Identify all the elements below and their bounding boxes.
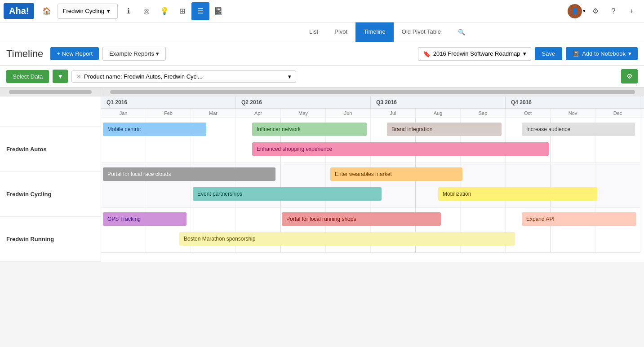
month-mar: Mar [191,109,236,118]
timeline-wrapper: Fredwin Autos Fredwin Cycling Fredwin Ru… [0,88,644,262]
month-jun: Jun [326,109,371,118]
filter-clear-icon[interactable]: ✕ [76,73,81,80]
timeline-settings-button[interactable]: ⚙ [621,69,638,83]
tab-pivot[interactable]: Pivot [326,22,355,42]
add-to-notebook-button[interactable]: 📓 Add to Notebook ▾ [566,47,638,60]
bar-brand-integration[interactable]: Brand integration [387,123,502,136]
page-title: Timeline [6,48,43,60]
help-icon[interactable]: ? [604,2,622,20]
scroll-thumb[interactable] [110,90,635,94]
tab-old-pivot[interactable]: Old Pivot Table [394,22,449,42]
bar-influencer-network[interactable]: Influencer network [252,123,367,136]
bookmark-icon: 🔖 [423,50,431,57]
bar-mobilization[interactable]: Mobilization [438,187,597,201]
row-labels: Fredwin Autos Fredwin Cycling Fredwin Ru… [0,88,101,262]
filter-tag[interactable]: ✕ Product name: Fredwin Autos, Fredwin C… [71,70,296,83]
bulb-icon[interactable]: 💡 [155,2,173,20]
add-icon[interactable]: + [622,2,640,20]
logo[interactable]: Aha! [4,3,34,19]
months-row: Jan Feb Mar Apr May Jun Jul Aug Sep Oct … [101,109,644,118]
tab-list[interactable]: List [301,22,326,42]
bar-gps-tracking[interactable]: GPS Tracking [103,212,187,226]
filter-bar: Select Data ▼ ✕ Product name: Fredwin Au… [0,66,644,88]
search-box[interactable]: 🔍 [453,22,471,42]
month-jul: Jul [371,109,416,118]
avatar[interactable]: 👤 [568,4,582,18]
timeline-main: Q1 2016 Q2 2016 Q3 2016 Q4 2016 Jan Feb … [101,88,644,262]
month-feb: Feb [146,109,191,118]
product-selector[interactable]: Fredwin Cycling ▾ [58,4,117,19]
month-dec: Dec [595,109,640,118]
timeline-scrollbar[interactable] [101,88,644,97]
row-label-cycling: Fredwin Cycling [0,172,101,217]
bar-increase-audience[interactable]: Increase audience [522,123,635,136]
bar-enter-wearables[interactable]: Enter wearables market [330,167,462,181]
tab-timeline[interactable]: Timeline [355,22,394,42]
month-oct: Oct [506,109,551,118]
month-aug: Aug [416,109,461,118]
month-nov: Nov [551,109,595,118]
bar-mobile-centric[interactable]: Mobile centric [103,123,206,136]
gantt-row-cycling: Portal for local race clouds Enter weara… [101,163,640,208]
gantt-row-running: GPS Tracking Portal for local running sh… [101,208,640,253]
quarter-q1: Q1 2016 [101,97,236,108]
row-label-running: Fredwin Running [0,217,101,262]
month-sep: Sep [461,109,506,118]
home-icon[interactable]: 🏠 [38,2,56,20]
list-icon[interactable]: ☰ [191,2,209,20]
quarters-row: Q1 2016 Q2 2016 Q3 2016 Q4 2016 [101,97,644,109]
bar-expand-api[interactable]: Expand API [522,212,636,226]
example-reports-button[interactable]: Example Reports ▾ [102,47,166,61]
toolbar: Timeline + New Report Example Reports ▾ … [0,42,644,66]
roadmap-selector[interactable]: 🔖 2016 Fredwin Software Roadmap ▾ [418,47,531,61]
month-jan: Jan [101,109,146,118]
quarter-q4: Q4 2016 [506,97,640,108]
settings-icon[interactable]: ⚙ [586,2,604,20]
bar-portal-race-clouds[interactable]: Portal for local race clouds [103,167,275,181]
save-button[interactable]: Save [535,47,563,60]
grid-icon[interactable]: ⊞ [173,2,191,20]
gantt-rows: Mobile centric Influencer network Brand … [101,118,644,253]
top-nav: Aha! 🏠 Fredwin Cycling ▾ ℹ ◎ 💡 ⊞ ☰ 📓 👤 ▾… [0,0,644,22]
bar-boston-marathon[interactable]: Boston Marathon sponsorship [179,232,515,246]
filter-button[interactable]: ▼ [53,70,68,83]
bar-event-partnerships[interactable]: Event partnerships [193,187,382,201]
month-may: May [281,109,326,118]
target-icon[interactable]: ◎ [138,2,155,20]
info-icon[interactable]: ℹ [120,2,138,20]
new-report-button[interactable]: + New Report [50,47,99,60]
month-apr: Apr [236,109,281,118]
row-label-header [0,88,101,127]
sub-nav: List Pivot Timeline Old Pivot Table 🔍 [0,22,644,42]
book-icon[interactable]: 📓 [209,2,227,20]
gantt-row-autos: Mobile centric Influencer network Brand … [101,118,640,163]
bar-portal-running-shops[interactable]: Portal for local running shops [282,212,441,226]
select-data-button[interactable]: Select Data [6,70,49,83]
quarter-q2: Q2 2016 [236,97,371,108]
row-label-autos: Fredwin Autos [0,127,101,172]
quarter-q3: Q3 2016 [371,97,506,108]
bar-enhanced-shopping[interactable]: Enhanced shopping experience [252,142,549,156]
